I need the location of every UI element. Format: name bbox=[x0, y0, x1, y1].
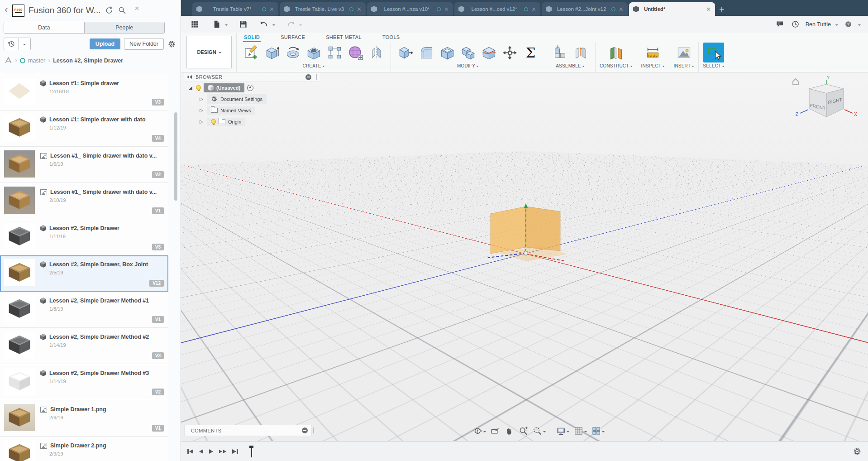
activate-component-icon[interactable] bbox=[247, 85, 253, 91]
list-item[interactable]: Simple Drawer 1.png 2/9/19 V1 bbox=[0, 400, 168, 437]
viewport-3d[interactable]: BROWSER ◢ (Unsaved) ▷ Document Settings bbox=[181, 72, 868, 441]
document-tab[interactable]: Trestle Table, Live v3 ✕ bbox=[280, 2, 366, 16]
save-icon[interactable] bbox=[238, 19, 248, 30]
user-menu[interactable]: Ben Tuttle bbox=[806, 21, 831, 28]
view-cube[interactable]: Y FRONT RIGHT Z X bbox=[789, 74, 862, 125]
close-icon[interactable]: × bbox=[134, 4, 139, 13]
assemble-menu[interactable]: ASSEMBLE bbox=[556, 62, 585, 68]
visibility-bulb-icon[interactable] bbox=[211, 119, 216, 124]
close-icon[interactable]: ✕ bbox=[269, 6, 274, 12]
construct-menu[interactable]: CONSTRUCT bbox=[600, 62, 633, 68]
fit-icon[interactable] bbox=[531, 425, 547, 437]
home-icon[interactable] bbox=[793, 79, 798, 85]
apps-grid-icon[interactable] bbox=[189, 19, 200, 30]
extrude-button[interactable] bbox=[262, 43, 282, 62]
selection-box-right-face[interactable] bbox=[526, 206, 560, 251]
gear-icon[interactable] bbox=[167, 40, 176, 48]
list-item[interactable]: Lesson #2, Simple Drawer, Box Joint 2/5/… bbox=[0, 255, 168, 292]
list-item[interactable]: Lesson #2, Simple Drawer Method #2 1/14/… bbox=[0, 328, 168, 364]
visibility-bulb-icon[interactable] bbox=[196, 85, 201, 90]
panel-grip[interactable] bbox=[313, 427, 314, 433]
clock-icon[interactable] bbox=[790, 19, 801, 30]
orbit-icon[interactable] bbox=[472, 425, 487, 437]
collapse-icon[interactable] bbox=[187, 75, 192, 79]
construction-plane-button[interactable] bbox=[606, 43, 626, 62]
play-icon[interactable] bbox=[209, 449, 213, 454]
list-item[interactable]: Lesson #2, Simple Drawer Method #1 1/8/1… bbox=[0, 292, 168, 328]
undo-icon[interactable] bbox=[258, 19, 269, 30]
grid-settings-icon[interactable] bbox=[572, 425, 588, 437]
viewports-icon[interactable] bbox=[590, 425, 606, 437]
panel-visibility-icon[interactable] bbox=[302, 427, 308, 433]
collapsed-icon[interactable]: ▷ bbox=[199, 119, 204, 124]
panel-tab[interactable]: Data bbox=[4, 22, 85, 33]
collapsed-icon[interactable]: ▷ bbox=[199, 96, 204, 101]
browser-node-origin[interactable]: ▷ Origin bbox=[184, 116, 320, 127]
search-icon[interactable] bbox=[118, 6, 127, 15]
gear-icon[interactable] bbox=[853, 447, 862, 456]
fillet-button[interactable] bbox=[416, 43, 437, 62]
breadcrumb-branch[interactable]: master bbox=[28, 58, 45, 64]
split-body-button[interactable] bbox=[478, 43, 499, 62]
close-icon[interactable]: ✕ bbox=[619, 6, 624, 12]
pan-icon[interactable] bbox=[503, 425, 515, 437]
document-tab[interactable]: Untitled* ✕ bbox=[629, 2, 715, 16]
list-item[interactable]: Simple Drawer 2.png 2/9/19 bbox=[0, 437, 168, 461]
ribbon-tab[interactable]: SHEET METAL bbox=[325, 33, 362, 42]
close-icon[interactable]: ✕ bbox=[444, 6, 449, 12]
mirror-button[interactable] bbox=[366, 43, 386, 62]
measure-button[interactable] bbox=[643, 43, 663, 62]
list-item[interactable]: Lesson #1_ Simple drawer with dato v... … bbox=[0, 147, 168, 183]
ribbon-tab[interactable]: TOOLS bbox=[382, 33, 401, 42]
breadcrumb-current[interactable]: Lesson #2, Simple Drawer bbox=[53, 58, 123, 64]
document-tab[interactable]: Lesson #...nza v10* ✕ bbox=[367, 2, 453, 16]
insert-image-button[interactable] bbox=[673, 43, 694, 62]
insert-menu[interactable]: INSERT bbox=[673, 62, 694, 68]
step-back-icon[interactable] bbox=[199, 449, 203, 454]
help-icon[interactable] bbox=[843, 19, 854, 30]
undo-dropdown-caret[interactable] bbox=[272, 24, 275, 27]
create-sketch-button[interactable] bbox=[241, 43, 262, 62]
browser-node-document-settings[interactable]: ▷ Document Settings bbox=[184, 93, 320, 105]
close-icon[interactable]: ✕ bbox=[706, 6, 711, 12]
new-document-tab-button[interactable]: + bbox=[719, 5, 725, 14]
create-form-button[interactable] bbox=[345, 43, 366, 62]
panel-tab[interactable]: People bbox=[85, 22, 165, 33]
origin-point[interactable] bbox=[524, 251, 528, 255]
timeline-marker[interactable] bbox=[248, 446, 255, 457]
list-item[interactable]: Lesson #2, Simple Drawer 1/11/19 V3 bbox=[0, 219, 168, 255]
collapsed-icon[interactable]: ▷ bbox=[199, 108, 204, 113]
move-copy-button[interactable] bbox=[499, 43, 520, 62]
inspect-menu[interactable]: INSPECT bbox=[641, 62, 665, 68]
version-dropdown[interactable] bbox=[19, 38, 30, 50]
zoom-icon[interactable] bbox=[517, 425, 529, 437]
workspace-selector[interactable]: DESIGN bbox=[186, 36, 232, 68]
close-icon[interactable]: ✕ bbox=[531, 6, 536, 12]
skip-end-icon[interactable] bbox=[232, 449, 238, 454]
list-item[interactable]: Lesson #1: Simple drawer with dato 1/12/… bbox=[0, 110, 168, 147]
comments-bar[interactable]: COMMENTS bbox=[184, 425, 312, 436]
combine-button[interactable] bbox=[458, 43, 478, 62]
browser-root-node[interactable]: ◢ (Unsaved) bbox=[184, 82, 320, 93]
hole-button[interactable] bbox=[303, 43, 324, 62]
change-parameters-button[interactable] bbox=[520, 43, 541, 62]
pattern-button[interactable] bbox=[324, 43, 345, 62]
select-button[interactable] bbox=[703, 43, 724, 62]
create-menu[interactable]: CREATE bbox=[302, 62, 324, 68]
panel-grip[interactable] bbox=[316, 74, 317, 80]
comment-icon[interactable] bbox=[775, 19, 786, 30]
browser-node-named-views[interactable]: ▷ Named Views bbox=[184, 105, 320, 116]
document-tab[interactable]: Lesson #...ced v12* ✕ bbox=[454, 2, 540, 16]
revolve-button[interactable] bbox=[282, 43, 303, 62]
list-item[interactable]: Lesson #2, Simple Drawer Method #3 1/14/… bbox=[0, 364, 168, 400]
file-dropdown-caret[interactable] bbox=[225, 24, 228, 27]
joint-button[interactable] bbox=[570, 43, 591, 62]
document-tab[interactable]: Lesson #2...Joint v12 ✕ bbox=[542, 2, 628, 16]
panel-scrollbar[interactable] bbox=[174, 112, 177, 201]
fast-forward-icon[interactable] bbox=[219, 450, 226, 453]
version-history-icon[interactable] bbox=[4, 38, 19, 50]
close-icon[interactable]: ✕ bbox=[357, 6, 362, 12]
ribbon-tab[interactable]: SURFACE bbox=[280, 33, 306, 42]
press-pull-button[interactable] bbox=[395, 43, 416, 62]
list-item[interactable]: Lesson #1_ Simple drawer with dato v... … bbox=[0, 183, 168, 219]
